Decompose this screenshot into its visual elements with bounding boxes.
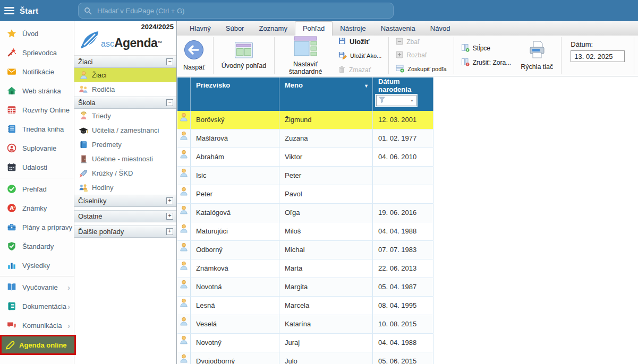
cell-datum[interactable]: 04. 04. 1988 [373,334,433,352]
cell-priezvisko[interactable]: Maturujúci [191,222,279,240]
cell-meno[interactable]: Juraj [279,334,373,352]
table-row[interactable]: OdbornýMichal07. 07. 1983 [177,241,433,259]
sidebar-item-prehlad[interactable]: Prehľad [0,179,74,198]
toolbar-button-zrusit-zora[interactable]: Zrušiť: Zora... [461,58,512,68]
tab-zoznamy[interactable]: Zoznamy [251,22,294,36]
toolbar-button-rychla-tlac[interactable]: Rýchla tlač [515,41,558,71]
cell-datum[interactable]: 04. 06. 2010 [373,148,433,166]
toolbar-button-ulozit[interactable]: Uložiť [338,37,381,47]
cell-datum[interactable]: 10. 08. 2015 [373,315,433,333]
cell-meno[interactable]: Viktor [279,148,373,166]
date-input[interactable] [571,50,625,62]
cell-meno[interactable]: Žigmund [279,111,373,129]
tree-item-rodicia[interactable]: Rodičia [74,82,176,97]
cell-priezvisko[interactable]: Známková [191,259,279,278]
table-row[interactable]: KatalógováOľga19. 06. 2016 [177,204,433,222]
sidebar-item-sprievodca[interactable]: Sprievodca [0,43,74,62]
cell-meno[interactable]: Pavol [279,185,373,203]
cell-meno[interactable]: Zuzana [279,129,373,148]
collapse-toggle-icon[interactable]: − [166,99,173,106]
cell-meno[interactable]: Marcela [279,297,373,315]
sidebar-item-standardy[interactable]: Štandardy [0,237,74,256]
cell-datum[interactable]: 05. 04. 1987 [373,278,433,296]
collapse-toggle-icon[interactable]: − [166,58,173,65]
tab-navod[interactable]: Návod [423,22,458,36]
table-row[interactable]: MašlárováZuzana01. 02. 1977 [177,129,433,148]
cell-datum[interactable]: 04. 04. 1988 [373,222,433,240]
cell-datum[interactable]: 22. 06. 2013 [373,259,433,278]
expand-toggle-icon[interactable]: + [166,197,173,204]
column-header-priezvisko[interactable]: Priezvisko [191,77,279,111]
tree-item-predmety[interactable]: Predmety [74,137,176,152]
tree-section-dalsie-pohlady[interactable]: Ďalšie pohľady+ [74,226,176,238]
table-row[interactable]: BorövskýŽigmund12. 03. 2001 [177,111,433,129]
cell-meno[interactable]: Margita [279,278,373,296]
sidebar-item-notifikacie[interactable]: Notifikácie [0,62,74,81]
table-row[interactable]: VeseláKatarína10. 08. 2015 [177,315,433,334]
toolbar-button-uvodny-pohlad[interactable]: Úvodný pohľad [216,42,271,70]
table-row[interactable]: LesnáMarcela08. 04. 1995 [177,297,433,315]
cell-priezvisko[interactable]: Novotná [191,278,279,296]
column-header-datum[interactable]: Dátum narodenia▼ [373,77,433,111]
cell-meno[interactable]: Oľga [279,204,373,222]
cell-datum[interactable]: 01. 02. 1977 [373,129,433,148]
tree-item-triedy[interactable]: Triedy [74,109,176,123]
tree-item-ucebne-miestnosti[interactable]: Učebne - miestnosti [74,152,176,166]
cell-priezvisko[interactable]: Isic [191,167,279,185]
cell-priezvisko[interactable]: Abrahám [191,148,279,166]
sidebar-item-plany-a-pripravy[interactable]: Plány a prípravy [0,218,74,237]
sidebar-item-triedna-kniha[interactable]: Triedna kniha [0,119,74,138]
cell-priezvisko[interactable]: Novotný [191,334,279,352]
table-row[interactable]: AbrahámViktor04. 06. 2010 [177,148,433,167]
toolbar-button-nastavit-standardne[interactable]: Nastaviť štandardné [277,36,334,76]
sidebar-item-vyucovanie[interactable]: Vyučovanie› [0,278,74,297]
cell-meno[interactable]: Katarína [279,315,373,333]
table-row[interactable]: MaturujúciMiloš04. 04. 1988 [177,222,433,241]
cell-datum[interactable]: 19. 06. 2016 [373,204,433,222]
cell-datum[interactable] [373,167,433,185]
sidebar-item-komunikacia[interactable]: Komunikácia› [0,316,74,335]
tree-section-ciselniky[interactable]: Číselníky+ [74,195,176,207]
toolbar-button-ulozit-ako[interactable]: Uložiť Ako... [338,51,381,61]
tab-hlavny[interactable]: Hlavný [182,22,218,36]
sidebar-item-rozvrhy-online[interactable]: Rozvrhy Online [0,100,74,119]
cell-datum[interactable]: 12. 03. 2001 [373,111,433,129]
cell-meno[interactable]: Miloš [279,222,373,240]
cell-priezvisko[interactable]: Peter [191,185,279,203]
toolbar-button-zoskupit-podla[interactable]: Zoskupiť podľa [396,64,446,74]
search-input[interactable] [96,6,388,15]
sidebar-item-suplovanie[interactable]: Suplovanie [0,138,74,158]
tab-nastavenia[interactable]: Nastavenia [373,22,423,36]
cell-meno[interactable]: Julo [279,352,373,364]
table-row[interactable]: NovotnáMargita05. 04. 1987 [177,278,433,297]
tree-item-ucitelia-zamestnanci[interactable]: Učitelia / zamestnanci [74,123,176,137]
date-filter-combo[interactable]: ▼ [376,95,416,106]
tab-subor[interactable]: Súbor [218,22,252,36]
cell-priezvisko[interactable]: Mašlárová [191,129,279,148]
cell-datum[interactable]: 05. 06. 2015 [373,352,433,364]
cell-priezvisko[interactable]: Veselá [191,315,279,333]
table-row[interactable]: NovotnýJuraj04. 04. 1988 [177,334,433,352]
start-menu-button[interactable]: Štart [4,0,38,21]
toolbar-button-stlpce[interactable]: Stĺpce [461,44,512,54]
cell-meno[interactable]: Marta [279,259,373,278]
tab-nastroje[interactable]: Nástroje [333,22,373,36]
tree-section-skola[interactable]: Škola− [74,97,176,109]
expand-toggle-icon[interactable]: + [166,213,173,220]
cell-priezvisko[interactable]: Odborný [191,241,279,259]
column-header-meno[interactable]: Meno▼ [279,77,373,111]
cell-priezvisko[interactable]: Lesná [191,297,279,315]
tree-item-kruzky-skd[interactable]: Krúžky / ŠKD [74,166,176,180]
cell-datum[interactable]: 08. 04. 1995 [373,297,433,315]
tree-section-ostatne[interactable]: Ostatné+ [74,210,176,222]
cell-priezvisko[interactable]: Dvojodborný [191,352,279,364]
table-row[interactable]: IsicPeter [177,167,433,185]
sidebar-item-uvod[interactable]: Úvod [0,24,74,43]
cell-priezvisko[interactable]: Katalógová [191,204,279,222]
sidebar-item-web-stranka[interactable]: Web stránka [0,81,74,100]
sidebar-item-udalosti[interactable]: Udalosti [0,158,74,177]
global-search[interactable] [78,3,394,19]
table-row[interactable]: ZnámkováMarta22. 06. 2013 [177,259,433,278]
sidebar-item-agenda-online[interactable]: Agenda online [0,335,76,355]
table-row[interactable]: DvojodbornýJulo05. 06. 2015 [177,352,433,364]
